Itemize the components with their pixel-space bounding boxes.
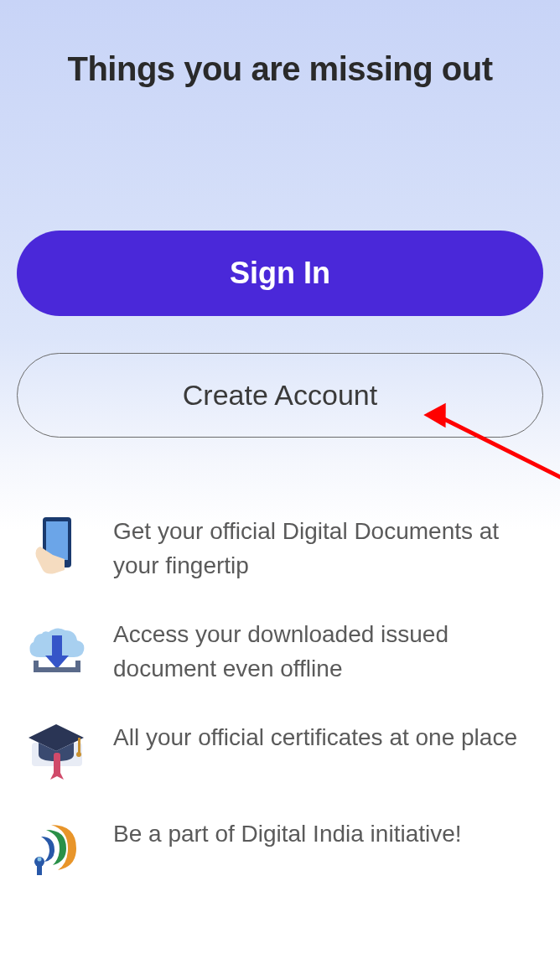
- digital-india-icon: [25, 816, 88, 878]
- phone-hand-icon: [25, 513, 88, 576]
- svg-rect-2: [52, 635, 62, 657]
- feature-item: Access your downloaded issued document e…: [25, 616, 535, 686]
- svg-point-11: [37, 857, 41, 861]
- feature-item: Get your official Digital Documents at y…: [25, 513, 535, 583]
- svg-rect-4: [34, 661, 39, 672]
- create-account-button[interactable]: Create Account: [17, 353, 543, 438]
- cloud-download-icon: [25, 616, 88, 679]
- svg-point-9: [76, 752, 81, 757]
- svg-rect-3: [37, 667, 77, 672]
- feature-text: Access your downloaded issued document e…: [113, 616, 535, 686]
- graduation-cap-icon: [25, 719, 88, 782]
- sign-in-button[interactable]: Sign In: [17, 231, 543, 316]
- svg-rect-12: [37, 865, 42, 875]
- feature-item: Be a part of Digital India initiative!: [25, 816, 535, 878]
- feature-text: Be a part of Digital India initiative!: [113, 816, 462, 852]
- page-title: Things you are missing out: [17, 50, 543, 88]
- feature-text: Get your official Digital Documents at y…: [113, 513, 535, 583]
- svg-rect-5: [75, 661, 80, 672]
- svg-rect-8: [78, 738, 80, 753]
- features-list: Get your official Digital Documents at y…: [17, 513, 543, 878]
- onboarding-screen: Things you are missing out Sign In Creat…: [0, 0, 560, 878]
- feature-text: All your official certificates at one pl…: [113, 719, 517, 755]
- svg-rect-7: [54, 753, 60, 776]
- feature-item: All your official certificates at one pl…: [25, 719, 535, 782]
